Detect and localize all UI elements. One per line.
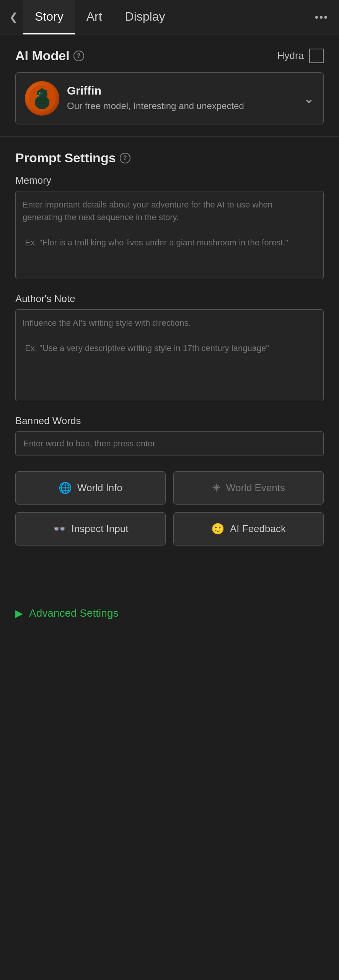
model-description: Our free model, Interesting and unexpect… — [67, 100, 296, 113]
memory-wrapper — [15, 191, 324, 281]
ai-model-title: AI Model ? — [15, 48, 84, 63]
world-info-label: World Info — [77, 482, 122, 494]
world-info-button[interactable]: 🌐 World Info — [15, 471, 166, 505]
ai-feedback-icon: 🙂 — [211, 523, 225, 535]
advanced-settings-arrow-icon: ▶ — [15, 608, 23, 619]
inspect-input-icon: 👓 — [53, 523, 66, 535]
prompt-settings-section: Prompt Settings ? Memory Author's Note B… — [0, 137, 339, 580]
tab-story[interactable]: Story — [23, 0, 75, 34]
model-selector-card[interactable]: Griffin Our free model, Interesting and … — [15, 72, 324, 124]
ai-model-help-icon[interactable]: ? — [73, 51, 84, 61]
world-events-icon: ✳ — [212, 482, 221, 494]
griffin-avatar-svg — [29, 85, 55, 112]
world-events-button[interactable]: ✳ World Events — [173, 471, 324, 505]
ai-model-header: AI Model ? Hydra — [15, 48, 324, 63]
svg-point-6 — [39, 93, 39, 93]
advanced-settings-row[interactable]: ▶ Advanced Settings — [0, 596, 339, 631]
tab-art[interactable]: Art — [75, 0, 114, 34]
action-buttons-grid: 🌐 World Info ✳ World Events 👓 Inspect In… — [15, 471, 324, 546]
memory-textarea[interactable] — [15, 191, 324, 279]
nav-more-button[interactable]: ••• — [308, 7, 335, 27]
memory-label: Memory — [15, 175, 324, 186]
inspect-input-label: Inspect Input — [72, 523, 129, 535]
hydra-label: Hydra — [277, 50, 304, 62]
prompt-settings-header: Prompt Settings ? — [15, 150, 324, 165]
model-info: Griffin Our free model, Interesting and … — [67, 84, 296, 113]
world-events-label: World Events — [226, 482, 285, 494]
advanced-settings-label: Advanced Settings — [29, 607, 119, 619]
model-avatar — [25, 81, 59, 116]
banned-words-label: Banned Words — [15, 415, 324, 427]
world-info-icon: 🌐 — [59, 482, 72, 494]
top-nav: ❮ Story Art Display ••• — [0, 0, 339, 34]
ai-feedback-label: AI Feedback — [230, 523, 286, 535]
prompt-settings-help-icon[interactable]: ? — [120, 153, 130, 163]
authors-note-textarea[interactable] — [15, 309, 324, 401]
hydra-checkbox[interactable] — [309, 49, 324, 63]
inspect-input-button[interactable]: 👓 Inspect Input — [15, 512, 166, 546]
hydra-row: Hydra — [277, 49, 324, 63]
bottom-divider — [0, 580, 339, 580]
banned-words-input[interactable] — [15, 431, 324, 456]
tab-display[interactable]: Display — [114, 0, 177, 34]
app-container: ❮ Story Art Display ••• AI Model ? Hydra — [0, 0, 339, 980]
model-dropdown-icon[interactable]: ⌄ — [303, 91, 314, 106]
nav-back-button[interactable]: ❮ — [4, 7, 23, 27]
ai-model-section: AI Model ? Hydra — [0, 34, 339, 136]
ai-feedback-button[interactable]: 🙂 AI Feedback — [173, 512, 324, 546]
model-name: Griffin — [67, 84, 296, 97]
authors-note-label: Author's Note — [15, 293, 324, 305]
prompt-settings-title: Prompt Settings ? — [15, 150, 130, 165]
